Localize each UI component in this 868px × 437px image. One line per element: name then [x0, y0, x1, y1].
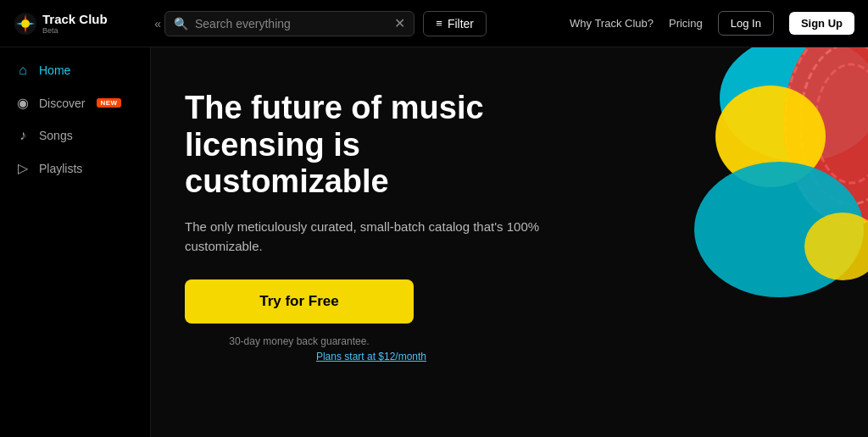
sidebar-item-home[interactable]: ⌂ Home: [0, 54, 150, 86]
filter-label: Filter: [448, 17, 474, 30]
search-box: 🔍 ✕: [164, 11, 415, 36]
try-for-free-button[interactable]: Try for Free: [185, 279, 414, 324]
sidebar-label-playlists: Playlists: [39, 162, 82, 175]
hero-illustration: [580, 47, 868, 301]
discover-new-badge: NEW: [97, 98, 120, 108]
sidebar-label-home: Home: [39, 64, 70, 77]
why-trackclub-link[interactable]: Why Track Club?: [570, 17, 654, 30]
playlists-icon: ▷: [15, 160, 31, 176]
logo-name: Track Club: [42, 13, 108, 25]
logo-beta: Beta: [42, 26, 108, 35]
search-input[interactable]: [195, 17, 387, 30]
login-button[interactable]: Log In: [718, 11, 774, 36]
logo-area: Track Club Beta «: [14, 12, 164, 36]
svg-point-1: [21, 19, 30, 28]
signup-button[interactable]: Sign Up: [789, 12, 854, 35]
home-icon: ⌂: [15, 63, 31, 78]
sidebar-item-discover[interactable]: ◉ Discover NEW: [0, 86, 150, 119]
pricing-link[interactable]: Pricing: [669, 17, 703, 30]
sidebar-item-songs[interactable]: ♪ Songs: [0, 119, 150, 152]
sidebar: ⌂ Home ◉ Discover NEW ♪ Songs ▷ Playlist…: [0, 47, 151, 437]
sidebar-label-songs: Songs: [39, 129, 73, 142]
search-area: 🔍 ✕ ≡ Filter: [164, 11, 487, 36]
plans-link[interactable]: Plans start at $12/month: [185, 351, 558, 362]
main-layout: ⌂ Home ◉ Discover NEW ♪ Songs ▷ Playlist…: [0, 47, 868, 437]
songs-icon: ♪: [15, 128, 31, 143]
collapse-button[interactable]: «: [151, 15, 164, 32]
hero-title: The future of music licensing is customi…: [185, 90, 558, 201]
logo-icon: [14, 12, 37, 36]
logo-text: Track Club Beta: [42, 13, 108, 35]
hero-subtitle: The only meticulously curated, small-bat…: [185, 218, 558, 256]
decorative-shapes: [580, 47, 868, 301]
main-content: The future of music licensing is customi…: [151, 47, 868, 437]
filter-button[interactable]: ≡ Filter: [423, 11, 487, 36]
filter-icon: ≡: [436, 17, 442, 30]
sidebar-label-discover: Discover: [39, 97, 85, 110]
hero-section: The future of music licensing is customi…: [151, 47, 592, 405]
topbar: Track Club Beta « 🔍 ✕ ≡ Filter Why Track…: [0, 0, 868, 47]
guarantee-text: 30-day money back guarantee.: [185, 335, 414, 347]
topbar-right: Why Track Club? Pricing Log In Sign Up: [570, 11, 854, 36]
sidebar-item-playlists[interactable]: ▷ Playlists: [0, 152, 150, 185]
search-clear-icon[interactable]: ✕: [394, 17, 405, 30]
discover-icon: ◉: [15, 95, 31, 111]
search-icon: 🔍: [174, 17, 188, 30]
